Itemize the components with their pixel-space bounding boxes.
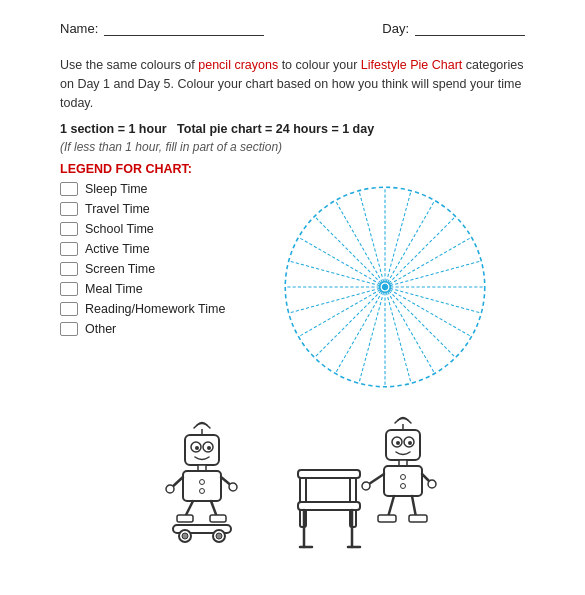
- robot-chair-icon: [290, 412, 440, 557]
- legend-color-box: [60, 322, 78, 336]
- svg-rect-53: [298, 502, 360, 510]
- svg-point-47: [182, 533, 188, 539]
- day-label: Day:: [382, 21, 409, 36]
- legend-item-label: Meal Time: [85, 282, 143, 296]
- svg-point-26: [383, 285, 388, 290]
- svg-line-24: [385, 287, 482, 313]
- svg-line-20: [385, 287, 411, 384]
- svg-point-63: [408, 441, 412, 445]
- svg-line-3: [385, 238, 471, 288]
- legend-item-label: School Time: [85, 222, 154, 236]
- legend-color-box: [60, 242, 78, 256]
- svg-line-5: [385, 201, 435, 287]
- svg-rect-43: [177, 515, 193, 522]
- legend-item: Meal Time: [60, 282, 225, 296]
- svg-line-4: [385, 217, 456, 288]
- illustration-area: [60, 412, 525, 557]
- legend-item: Sleep Time: [60, 182, 225, 196]
- svg-point-49: [216, 533, 222, 539]
- svg-line-73: [412, 496, 416, 517]
- pie-chart: [280, 182, 490, 392]
- legend-color-box: [60, 222, 78, 236]
- svg-rect-75: [409, 515, 427, 522]
- legend-item-label: Active Time: [85, 242, 150, 256]
- svg-rect-59: [386, 430, 420, 460]
- svg-point-38: [166, 485, 174, 493]
- legend-item: Screen Time: [60, 262, 225, 276]
- legend-color-box: [60, 302, 78, 316]
- svg-line-72: [388, 496, 394, 517]
- svg-point-62: [396, 441, 400, 445]
- name-label: Name:: [60, 21, 98, 36]
- svg-point-31: [195, 446, 199, 450]
- svg-line-23: [385, 287, 471, 337]
- legend-item-label: Screen Time: [85, 262, 155, 276]
- svg-line-16: [315, 287, 386, 358]
- italic-note: (If less than 1 hour, fill in part of a …: [60, 140, 525, 154]
- svg-point-40: [229, 483, 237, 491]
- svg-rect-28: [185, 435, 219, 465]
- legend-item: Active Time: [60, 242, 225, 256]
- legend-item: Other: [60, 322, 225, 336]
- bold-section: 1 section = 1 hour Total pie chart = 24 …: [60, 122, 525, 136]
- svg-line-8: [359, 191, 385, 288]
- svg-rect-74: [378, 515, 396, 522]
- legend-color-box: [60, 182, 78, 196]
- svg-point-71: [428, 480, 436, 488]
- instructions-text: Use the same colours of pencil crayons t…: [60, 56, 525, 112]
- svg-line-17: [335, 287, 385, 373]
- pie-container: [245, 182, 525, 392]
- svg-line-15: [299, 287, 385, 337]
- svg-rect-44: [210, 515, 226, 522]
- legend-item-label: Reading/Homework Time: [85, 302, 225, 316]
- svg-line-21: [385, 287, 435, 373]
- legend-item-label: Other: [85, 322, 116, 336]
- legend-item-label: Sleep Time: [85, 182, 148, 196]
- chart-legend-area: Sleep TimeTravel TimeSchool TimeActive T…: [60, 182, 525, 392]
- svg-line-18: [359, 287, 385, 384]
- svg-line-14: [289, 287, 386, 313]
- svg-line-9: [335, 201, 385, 287]
- svg-rect-34: [183, 471, 221, 501]
- legend-color-box: [60, 282, 78, 296]
- legend-title: LEGEND FOR CHART:: [60, 162, 525, 176]
- name-day-row: Name: Day:: [60, 20, 525, 36]
- legend-item: School Time: [60, 222, 225, 236]
- name-field: Name:: [60, 20, 264, 36]
- name-line: [104, 20, 264, 36]
- legend-item: Reading/Homework Time: [60, 302, 225, 316]
- legend-list: Sleep TimeTravel TimeSchool TimeActive T…: [60, 182, 225, 342]
- svg-line-6: [385, 191, 411, 288]
- legend-item: Travel Time: [60, 202, 225, 216]
- svg-line-22: [385, 287, 456, 358]
- svg-line-11: [299, 238, 385, 288]
- legend-item-label: Travel Time: [85, 202, 150, 216]
- day-field: Day:: [382, 20, 525, 36]
- svg-line-2: [385, 261, 482, 287]
- svg-point-69: [362, 482, 370, 490]
- legend-color-box: [60, 262, 78, 276]
- svg-rect-65: [384, 466, 422, 496]
- legend-color-box: [60, 202, 78, 216]
- robot-skater-icon: [145, 417, 260, 557]
- svg-line-12: [289, 261, 386, 287]
- svg-rect-52: [298, 470, 360, 478]
- day-line: [415, 20, 525, 36]
- svg-line-10: [315, 217, 386, 288]
- svg-point-32: [207, 446, 211, 450]
